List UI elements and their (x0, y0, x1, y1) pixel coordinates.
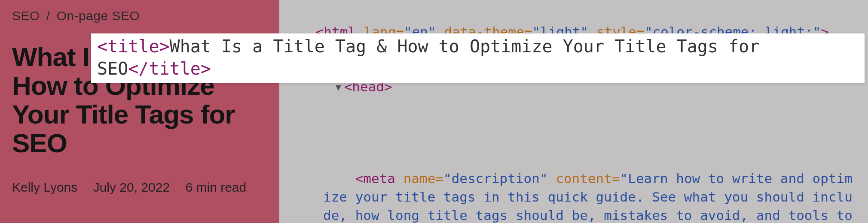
meta-content-attr: content= (548, 171, 620, 186)
article-read-time: 6 min read (185, 180, 246, 194)
meta-open-tag: <meta (355, 171, 395, 186)
breadcrumb-item-onpage[interactable]: On-page SEO (56, 9, 140, 23)
title-close-tag: </title> (128, 59, 211, 78)
breadcrumb-separator: / (46, 9, 50, 23)
breadcrumb: SEO / On-page SEO (12, 9, 267, 23)
breadcrumb-item-seo[interactable]: SEO (12, 9, 40, 23)
title-tag-highlight-overlay: <title>What Is a Title Tag & How to Opti… (91, 33, 865, 83)
article-date: July 20, 2022 (93, 180, 170, 194)
meta-name-value: "description" (443, 171, 548, 186)
title-open-tag: <title> (97, 36, 170, 56)
meta-name-attr: name= (395, 171, 443, 186)
code-line-meta[interactable]: <meta name="description" content="Learn … (284, 151, 859, 223)
article-meta: Kelly Lyons July 20, 2022 6 min read (12, 180, 267, 195)
article-author: Kelly Lyons (12, 180, 77, 194)
title-tag-placeholder-gap (284, 115, 859, 151)
